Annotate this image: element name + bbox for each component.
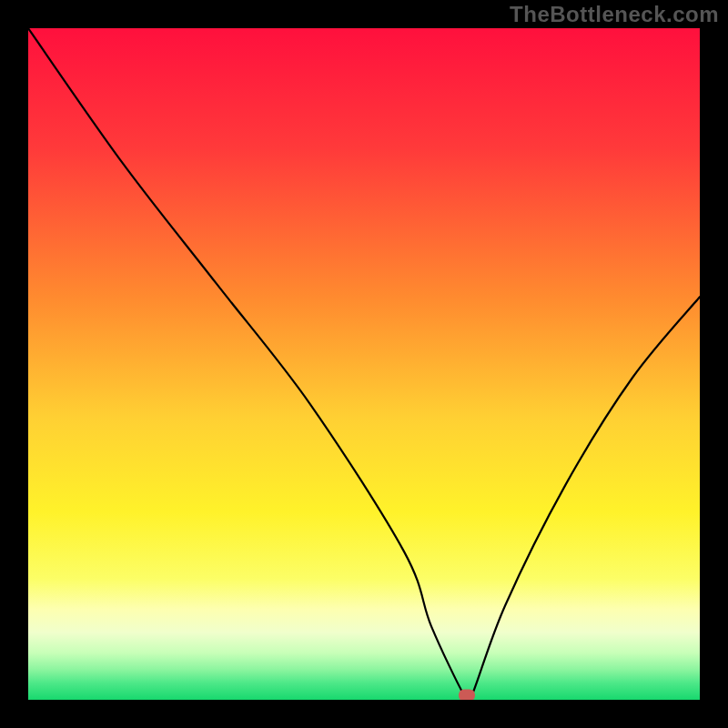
optimal-point-marker xyxy=(459,689,475,700)
chart-frame: TheBottleneck.com xyxy=(0,0,728,728)
watermark-text: TheBottleneck.com xyxy=(510,2,719,27)
plot-area xyxy=(28,28,700,700)
bottleneck-curve xyxy=(28,28,700,700)
